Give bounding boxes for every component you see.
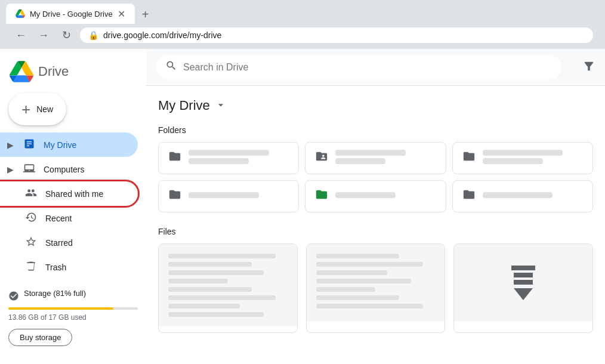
folder-name-bar-7 [189, 192, 259, 198]
file-card-2[interactable] [306, 243, 446, 333]
folder-icon [168, 150, 181, 166]
trash-label: Trash [45, 263, 66, 272]
download-arrow [514, 288, 533, 300]
download-bar-2 [514, 273, 533, 277]
drive-tab-icon [16, 9, 25, 18]
breadcrumb-dropdown-icon[interactable] [215, 99, 227, 113]
download-icon [511, 266, 535, 300]
top-search-bar [146, 49, 605, 86]
folder-card-5[interactable] [305, 180, 446, 212]
sidebar-item-recent[interactable]: Recent [0, 206, 138, 230]
shared-icon [25, 187, 37, 200]
back-button[interactable]: ← [12, 26, 30, 44]
storage-label: Storage (81% full) [24, 289, 86, 298]
files-grid [158, 243, 593, 333]
search-input[interactable] [183, 62, 552, 73]
starred-label: Starred [45, 238, 73, 248]
folders-grid [158, 142, 593, 212]
my-drive-icon [23, 138, 35, 152]
preview-line [316, 270, 388, 275]
sidebar-item-starred[interactable]: Starred [0, 230, 138, 255]
app-container: Drive + New ▶ My Drive ▶ Computers [0, 49, 605, 364]
preview-line [316, 304, 424, 309]
folder-card-2[interactable] [305, 142, 446, 174]
folder-name-block-5 [335, 192, 436, 200]
folder-shared2-icon [462, 150, 476, 166]
folder-icon-4 [168, 188, 181, 205]
preview-line [316, 295, 400, 300]
sidebar: Drive + New ▶ My Drive ▶ Computers [0, 49, 146, 364]
new-tab-button[interactable]: + [137, 5, 154, 24]
expand-icon-computers: ▶ [7, 165, 14, 174]
drive-logo: Drive [0, 54, 146, 93]
forward-button[interactable]: → [35, 26, 53, 44]
preview-line [168, 304, 240, 309]
buy-storage-button[interactable]: Buy storage [8, 329, 72, 346]
folder-shared-icon [315, 150, 328, 166]
folder-green-icon [315, 188, 328, 205]
recent-icon [25, 211, 37, 225]
folder-name-bar [189, 150, 269, 156]
folder-name-block-3 [483, 150, 583, 166]
recent-label: Recent [45, 214, 72, 223]
search-container[interactable] [156, 55, 561, 79]
main-content: My Drive Folders [146, 49, 605, 364]
folder-name-bar-9 [483, 192, 553, 198]
drive-logo-icon [10, 60, 33, 84]
expand-icon: ▶ [7, 140, 14, 150]
folder-card[interactable] [158, 142, 299, 174]
folder-name-bar-8 [335, 192, 396, 198]
computers-icon [23, 162, 35, 176]
breadcrumb: My Drive [158, 95, 593, 113]
refresh-button[interactable]: ↻ [57, 26, 75, 44]
file-card-1[interactable] [158, 243, 298, 333]
storage-section: Storage (81% full) 13.86 GB of 17 GB use… [0, 279, 146, 351]
folder-name-bar-3 [335, 150, 406, 156]
star-icon [25, 236, 37, 249]
filter-icon[interactable] [582, 60, 595, 75]
preview-line [168, 295, 276, 300]
file-preview-1 [159, 244, 297, 326]
preview-line [168, 279, 228, 283]
sidebar-item-trash[interactable]: Trash [0, 255, 138, 279]
file-card-3[interactable] [453, 243, 593, 333]
plus-icon: + [21, 101, 30, 117]
folder-card-3[interactable] [452, 142, 593, 174]
file-preview-2 [307, 244, 445, 322]
preview-line [316, 287, 376, 292]
folder-icon-6 [462, 188, 476, 205]
url-bar[interactable]: 🔒 drive.google.com/drive/my-drive [80, 27, 593, 43]
folder-name-block-2 [335, 150, 436, 166]
preview-line [168, 262, 252, 267]
content-area: My Drive Folders [146, 86, 605, 343]
tab-title: My Drive - Google Drive [30, 10, 113, 18]
new-button[interactable]: + New [8, 93, 66, 125]
folder-name-block-4 [189, 192, 289, 200]
download-bar-1 [511, 266, 535, 270]
sidebar-item-shared-with-me[interactable]: Shared with me [0, 181, 138, 206]
lock-icon: 🔒 [88, 30, 98, 40]
folder-name-bar-2 [189, 158, 249, 164]
sidebar-item-my-drive[interactable]: ▶ My Drive [0, 132, 138, 157]
folder-name-block [189, 150, 289, 166]
shared-with-me-label: Shared with me [45, 189, 103, 199]
drive-logo-text: Drive [38, 64, 69, 79]
new-button-label: New [36, 104, 53, 114]
folder-name-bar-5 [483, 150, 563, 156]
url-text: drive.google.com/drive/my-drive [103, 30, 221, 40]
preview-line [316, 254, 400, 258]
close-tab-button[interactable]: ✕ [118, 8, 125, 20]
sidebar-item-computers[interactable]: ▶ Computers [0, 157, 138, 181]
storage-detail: 13.86 GB of 17 GB used [8, 313, 138, 322]
folder-card-4[interactable] [158, 180, 299, 212]
breadcrumb-title: My Drive [158, 98, 210, 113]
preview-line [316, 262, 424, 267]
computers-label: Computers [44, 165, 84, 174]
folder-name-bar-6 [483, 158, 543, 164]
search-icon [165, 60, 177, 75]
folder-card-6[interactable] [452, 180, 593, 212]
folder-name-bar-4 [335, 158, 385, 164]
address-bar: ← → ↻ 🔒 drive.google.com/drive/my-drive [6, 24, 599, 49]
files-section-title: Files [158, 227, 593, 236]
active-tab[interactable]: My Drive - Google Drive ✕ [6, 4, 135, 24]
